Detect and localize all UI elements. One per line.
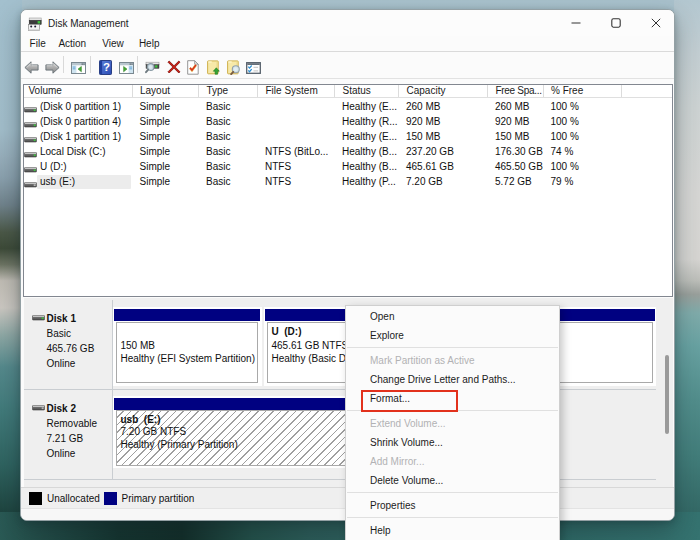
column-header-capacity[interactable]: Capacity: [399, 85, 488, 97]
close-icon: [651, 18, 661, 28]
toolbar-explore-button[interactable]: [227, 60, 241, 79]
disk-icon: [32, 314, 45, 322]
cell-free: 5.72 GB: [488, 174, 532, 189]
context-menu-item-properties[interactable]: Properties: [346, 496, 559, 515]
context-menu-item-extend-volume: Extend Volume...: [346, 414, 559, 433]
disk-row-separator: [24, 389, 657, 390]
partition-status: Healthy (EFI System Partition): [121, 352, 258, 366]
column-header--free[interactable]: % Free: [544, 85, 623, 97]
volume-row[interactable]: (Disk 1 partition 1)SimpleBasicHealthy (…: [24, 129, 672, 144]
cell-volume: (Disk 0 partition 1): [40, 99, 121, 114]
toolbar-separator: [137, 56, 138, 73]
toolbar-separator: [90, 56, 91, 73]
partition-color-bar: [114, 309, 260, 321]
context-menu-item-delete-volume[interactable]: Delete Volume...: [346, 471, 559, 490]
cell-pct: 100 %: [544, 114, 579, 129]
context-menu-item-explore[interactable]: Explore: [346, 326, 559, 345]
cell-free: 260 MB: [488, 99, 529, 114]
cell-volume: Local Disk (C:): [40, 144, 106, 159]
volume-row[interactable]: (Disk 0 partition 4)SimpleBasicHealthy (…: [24, 114, 672, 129]
menu-bar: FileActionViewHelp: [21, 36, 674, 52]
toolbar-show-action-pane-button[interactable]: [119, 60, 134, 78]
column-header-file-system[interactable]: File System: [258, 85, 335, 97]
cell-volume: (Disk 0 partition 4): [40, 114, 121, 129]
cell-status: Healthy (P...: [335, 174, 396, 189]
toolbar-properties-list-button[interactable]: [246, 60, 261, 78]
toolbar-delete-button[interactable]: [167, 60, 181, 78]
volume-disk-icon: [24, 119, 37, 125]
context-menu-separator: [347, 492, 558, 493]
cell-status: Healthy (R...: [335, 114, 398, 129]
menu-file[interactable]: File: [30, 36, 46, 52]
disk-row-separator: [24, 479, 657, 480]
window-title: Disk Management: [48, 17, 129, 30]
cell-layout: Simple: [133, 99, 171, 114]
menu-action[interactable]: Action: [58, 36, 86, 52]
cell-fs: NTFS: [258, 159, 291, 174]
toolbar-set-active-button[interactable]: [187, 60, 199, 79]
partition-150-MB[interactable]: 150 MBHealthy (EFI System Partition): [113, 307, 262, 386]
maximize-button[interactable]: [597, 10, 635, 36]
help-icon: ?: [99, 60, 112, 75]
cell-pct: 100 %: [544, 159, 579, 174]
disk-label-2[interactable]: Disk 2Removable7.21 GBOnline: [24, 401, 113, 463]
toolbar-open-button[interactable]: [207, 60, 220, 79]
volume-disk-icon: [24, 179, 37, 185]
cell-status: Healthy (B...: [335, 159, 397, 174]
toolbar-back-button[interactable]: [24, 60, 39, 78]
column-header-type[interactable]: Type: [199, 85, 258, 97]
context-menu-item-help[interactable]: Help: [346, 521, 559, 540]
toolbar-rescan-disks-button[interactable]: [145, 60, 160, 78]
column-header-volume[interactable]: Volume: [24, 85, 133, 97]
cell-status: Healthy (E...: [335, 99, 397, 114]
cell-pct: 100 %: [544, 99, 579, 114]
cell-volume: U (D:): [40, 159, 67, 174]
maximize-icon: [611, 18, 621, 28]
cell-capacity: 920 MB: [399, 114, 440, 129]
volume-disk-icon: [24, 104, 37, 110]
toolbar-forward-button[interactable]: [45, 60, 60, 78]
volume-row[interactable]: usb (E:)SimpleBasicNTFSHealthy (P...7.20…: [24, 174, 672, 189]
context-menu-item-change-drive-letter-and-paths[interactable]: Change Drive Letter and Paths...: [346, 370, 559, 389]
cell-pct: 79 %: [544, 174, 574, 189]
menu-help[interactable]: Help: [139, 36, 160, 52]
cell-status: Healthy (E...: [335, 129, 397, 144]
disk-size: 465.76 GB: [24, 341, 113, 356]
volume-row[interactable]: (Disk 0 partition 1)SimpleBasicHealthy (…: [24, 99, 672, 114]
disk-kind: Basic: [24, 326, 113, 341]
cell-pct: 100 %: [544, 129, 579, 144]
disk-label-1[interactable]: Disk 1Basic465.76 GBOnline: [24, 311, 113, 373]
volume-row[interactable]: Local Disk (C:)SimpleBasicNTFS (BitLo...…: [24, 144, 672, 159]
toolbar: ?: [21, 53, 674, 79]
volume-disk-icon: [24, 149, 37, 155]
cell-layout: Simple: [133, 114, 171, 129]
cell-layout: Simple: [133, 129, 171, 144]
explore-icon: [227, 60, 241, 75]
back-icon: [24, 61, 39, 74]
volume-row[interactable]: U (D:)SimpleBasicNTFSHealthy (B...465.61…: [24, 159, 672, 174]
context-menu-item-open[interactable]: Open: [346, 307, 559, 326]
show-console-tree-icon: [71, 62, 86, 74]
column-header-status[interactable]: Status: [335, 85, 399, 97]
cell-free: 920 MB: [488, 114, 529, 129]
column-header-free-spa-[interactable]: Free Spa...: [488, 85, 544, 97]
delete-icon: [167, 60, 181, 74]
cell-type: Basic: [199, 174, 230, 189]
close-button[interactable]: [637, 10, 675, 36]
minimize-button[interactable]: [557, 10, 595, 36]
cell-type: Basic: [199, 99, 230, 114]
vertical-scrollbar-thumb[interactable]: [665, 355, 669, 434]
context-menu-item-shrink-volume[interactable]: Shrink Volume...: [346, 433, 559, 452]
cell-free: 150 MB: [488, 129, 529, 144]
column-header-layout[interactable]: Layout: [133, 85, 200, 97]
cell-capacity: 260 MB: [399, 99, 440, 114]
context-menu-item-mark-partition-as-active: Mark Partition as Active: [346, 351, 559, 370]
cell-capacity: 150 MB: [399, 129, 440, 144]
toolbar-help-button[interactable]: ?: [99, 60, 112, 79]
cell-free: 176.30 GB: [488, 144, 543, 159]
toolbar-show-console-tree-button[interactable]: [71, 60, 86, 78]
cell-status: Healthy (B...: [335, 144, 397, 159]
menu-view[interactable]: View: [102, 36, 124, 52]
format-annotation-rectangle: [361, 390, 458, 412]
cell-layout: Simple: [133, 159, 171, 174]
